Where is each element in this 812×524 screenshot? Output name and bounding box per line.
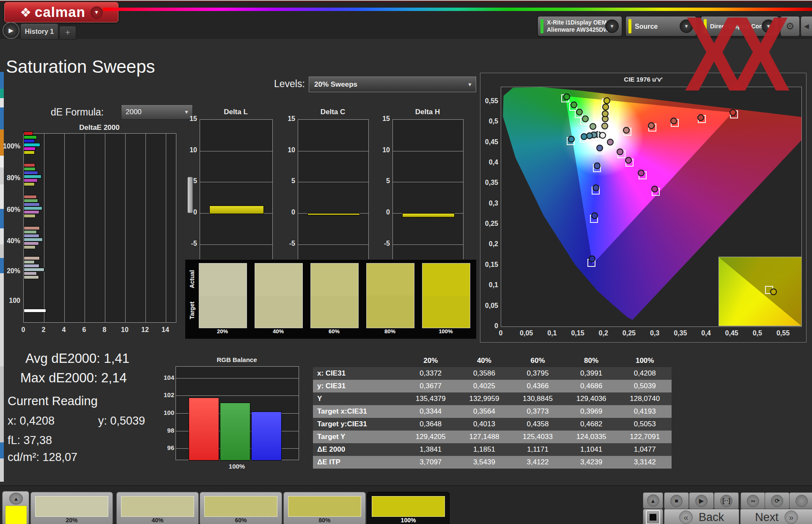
deltae-bar-20%-4 (24, 272, 37, 275)
meter-dropdown[interactable]: X-Rite i1Display OEMAlienware AW3425DW ▼ (538, 16, 622, 36)
y-axis-group-label: 60% (0, 206, 20, 214)
tab-history-1[interactable]: History 1 (20, 23, 58, 40)
patch-color-sample (204, 496, 277, 517)
patch-card-label: 40% (117, 517, 198, 524)
swatch-actual (422, 263, 470, 296)
patch-card-20%[interactable]: 20% (30, 492, 113, 524)
table-cell-value: 3,3142 (618, 456, 672, 469)
delta_c-bar (307, 213, 360, 215)
y-axis-tick-label: 0,2 (480, 240, 498, 248)
patch-color-sample (35, 496, 108, 517)
next-button[interactable]: Next » (740, 509, 812, 524)
stop-button[interactable]: ■ (664, 492, 689, 509)
table-row: Y135,4379132,9959130,8845129,4036128,074… (313, 392, 672, 405)
gridline (166, 134, 166, 322)
table-row-label: ΔE ITP (313, 456, 404, 469)
chevron-down-icon: ▼ (467, 82, 472, 88)
refresh-button[interactable]: ⟳ (765, 492, 790, 509)
y-axis-tick-label: 0,45 (480, 138, 498, 146)
current-patch-card[interactable]: ▲ (2, 491, 29, 524)
calman-menu-button[interactable]: ❖ calman ▼ (4, 2, 118, 22)
table-cell-value: 135,4379 (404, 392, 458, 405)
gridline (298, 244, 368, 245)
swatch-actual (199, 263, 247, 296)
gridline (393, 182, 463, 182)
table-cell-value: 0,3344 (404, 405, 458, 418)
deltae-bar-20%-1 (24, 260, 35, 264)
swatch-level-label: 80% (366, 328, 414, 335)
ab-range-button[interactable]: [··] (714, 492, 739, 509)
levels-dropdown[interactable]: 20% Sweeps▼ (309, 77, 476, 92)
left-strip-segment (0, 89, 4, 98)
x-axis-tick-label: 0,05 (517, 329, 536, 337)
tab-scroll-button[interactable]: ▶ (3, 22, 19, 39)
patch-color-sample (372, 496, 445, 517)
table-cell-value: 0,5039 (618, 380, 672, 392)
chevron-right-icon: » (785, 510, 798, 524)
gear-icon[interactable]: ⚙ (780, 16, 800, 36)
deltae-bar-60%-3 (24, 206, 42, 210)
left-strip-segment (0, 366, 4, 442)
table-row: Target x:CIE310,33440,35640,37730,39690,… (313, 405, 672, 418)
continuous-button[interactable]: ∞ (741, 492, 765, 509)
chevron-down-icon[interactable]: ▼ (91, 6, 103, 19)
y-axis-tick-label: 0 (480, 322, 498, 330)
add-tab-button[interactable]: + (59, 26, 76, 40)
y-axis-tick-label: 5 (280, 177, 295, 185)
patch-card-40%[interactable]: 40% (116, 492, 199, 524)
table-row-label: ΔE 2000 (313, 443, 404, 456)
chevron-up-icon[interactable]: ▲ (9, 493, 23, 505)
measured-blue-4 (591, 212, 598, 219)
cie-chart-plot[interactable] (501, 87, 802, 327)
measured-yellow-1 (601, 123, 608, 129)
target-row-label: Target (189, 298, 195, 323)
collapse-panel-icon[interactable]: ◀ (801, 16, 812, 36)
deltae-bar-20%-0 (24, 256, 40, 260)
y-axis-group-label: 100% (0, 143, 20, 150)
patch-card-60%[interactable]: 60% (200, 492, 282, 524)
back-button[interactable]: « Back (664, 509, 739, 524)
rgb-bar-red (189, 398, 219, 461)
patch-color-sample (121, 496, 194, 517)
table-cell-value: 0,3372 (404, 367, 458, 380)
y-axis-tick-label: 0,35 (480, 179, 498, 187)
deltae-bar-80%-4 (24, 178, 38, 182)
x-axis-tick-label: 0,3 (645, 329, 664, 337)
rgb-balance-chart: RGB Balance1041021009896100% (165, 356, 304, 468)
y-axis-tick-label: 100 (163, 409, 174, 416)
measured-red-4 (697, 114, 704, 121)
table-column-header: 60% (511, 354, 565, 367)
x-axis-tick-label: 6 (80, 326, 88, 334)
rgb-balance-title: RGB Balance (176, 356, 298, 363)
patch-card-100%[interactable]: 100% (367, 492, 450, 524)
deltae-bar-60%-2 (24, 203, 40, 206)
continuous-icon: ∞ (747, 495, 759, 507)
table-cell-value: 127,1488 (458, 431, 511, 443)
swatch-target (367, 296, 414, 328)
measured-yellow-3 (602, 110, 609, 117)
blank-button[interactable] (789, 492, 812, 509)
patch-card-80%[interactable]: 80% (283, 492, 366, 524)
deltae-bar-80%-2 (24, 171, 38, 175)
chevron-down-icon[interactable]: ▼ (762, 19, 775, 33)
table-cell-value: 0,3648 (404, 418, 458, 431)
table-cell-value: 0,4366 (511, 380, 565, 392)
y-axis-tick-label: 5 (375, 177, 390, 185)
levels-label: Levels: (274, 78, 305, 90)
source-dropdown[interactable]: Source ▼ (625, 16, 697, 36)
expand-controls-button[interactable]: ▲ (643, 492, 663, 509)
delta_h-title: Delta H (392, 108, 463, 116)
chevron-down-icon[interactable]: ▼ (680, 19, 693, 33)
direct-display-control-dropdown[interactable]: Direct Display Control ▼ (701, 16, 779, 36)
table-row-label: Target x:CIE31 (313, 405, 404, 418)
gridline (44, 134, 44, 322)
blank-icon (796, 495, 808, 507)
chevron-down-icon[interactable]: ▼ (605, 19, 619, 33)
deltae-bar-100%-3 (24, 143, 40, 147)
deltae-bar-40%-5 (24, 245, 36, 249)
patch-card-label: 60% (200, 517, 282, 524)
table-row-label: y: CIE31 (313, 380, 404, 392)
fullfield-patch-button[interactable] (643, 509, 663, 524)
play-button[interactable]: ▶ (689, 492, 714, 509)
measurement-results-table: 20%40%60%80%100%x: CIE310,33720,35860,37… (313, 354, 672, 469)
